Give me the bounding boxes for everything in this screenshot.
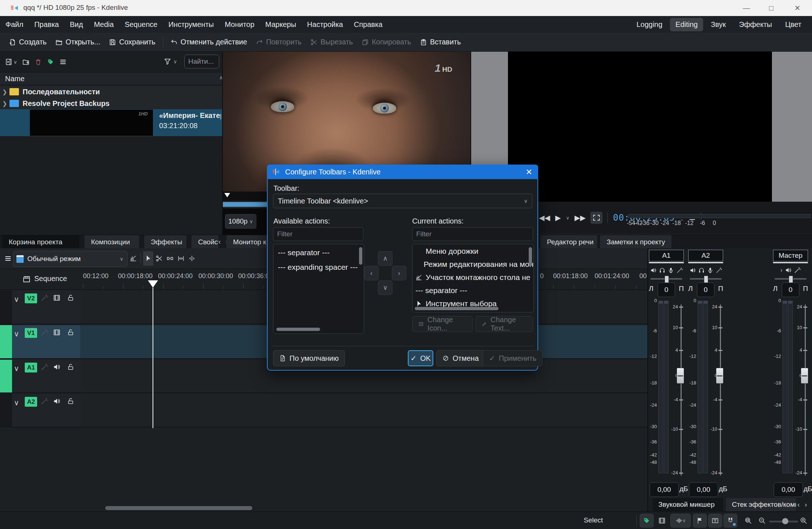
volume-fader-track[interactable]: [805, 304, 806, 475]
move-left-button[interactable]: ‹: [364, 266, 379, 280]
markers-button[interactable]: [693, 514, 707, 528]
track-lane-A2[interactable]: [80, 394, 647, 427]
bin-tab-Эффекты[interactable]: Эффекты: [144, 235, 186, 249]
menu-item-Файл[interactable]: Файл: [0, 20, 29, 29]
mixer-channel-name[interactable]: A1: [649, 250, 684, 261]
menu-item-Вид[interactable]: Вид: [64, 20, 88, 29]
move-up-button[interactable]: ∧: [378, 251, 393, 266]
dialog-close-button[interactable]: ✕: [526, 167, 532, 177]
track-active-strip[interactable]: [0, 394, 12, 427]
menu-item-Правка[interactable]: Правка: [29, 20, 64, 29]
scrollbar-thumb[interactable]: [276, 328, 320, 331]
track-head-A2[interactable]: ∨A2: [0, 394, 80, 427]
track-badge[interactable]: V2: [25, 293, 37, 303]
menu-item-Справка[interactable]: Справка: [348, 20, 388, 29]
track-head-V2[interactable]: ∨V2: [0, 291, 80, 324]
track-active-strip[interactable]: [0, 360, 12, 392]
track-collapse-icon[interactable]: ∨: [14, 329, 19, 338]
effects-icon[interactable]: [716, 267, 722, 273]
available-actions-list[interactable]: --- separator ------ expanding spacer --…: [273, 244, 364, 334]
snap-button[interactable]: [724, 514, 737, 528]
bin-folder-row[interactable]: ❯ Resolve Project Backups: [0, 98, 222, 110]
track-collapse-icon[interactable]: ∨: [14, 364, 19, 373]
track-audio-icon[interactable]: [53, 363, 60, 372]
menu-item-Маркеры[interactable]: Маркеры: [260, 20, 302, 29]
track-active-strip[interactable]: [0, 291, 12, 324]
track-collapse-icon[interactable]: ∨: [14, 295, 19, 304]
gain-value[interactable]: 0,00: [650, 482, 679, 497]
toolbar-select[interactable]: Timeline Toolbar <kdenlive> ∨: [273, 194, 532, 208]
change-text-button[interactable]: Change Text...: [476, 316, 533, 332]
mixer-tab-Стек эффектов/комп[interactable]: Стек эффектов/комп: [726, 498, 796, 511]
balance-value[interactable]: 0: [658, 283, 675, 297]
balance-slider-handle[interactable]: [704, 276, 708, 283]
mixer-channel-name[interactable]: Мастер: [773, 250, 808, 261]
track-effects-icon[interactable]: [41, 329, 48, 337]
track-badge[interactable]: A1: [25, 363, 37, 372]
zoom-in-button[interactable]: [797, 514, 811, 528]
bin-tab-Корзина проекта[interactable]: Корзина проекта: [2, 235, 79, 249]
bin-column-header[interactable]: Name ∧: [0, 72, 222, 85]
track-video-icon[interactable]: [53, 329, 60, 337]
record-button[interactable]: [668, 267, 674, 273]
cancel-button[interactable]: Отмена: [436, 350, 485, 366]
scrollbar-thumb[interactable]: [359, 247, 362, 265]
playhead-line[interactable]: [153, 288, 153, 428]
balance-value[interactable]: 0: [697, 283, 714, 297]
track-lock-icon[interactable]: [67, 294, 74, 303]
tab-scroll-arrow[interactable]: ‹: [218, 235, 221, 249]
mute-button[interactable]: [785, 267, 792, 273]
resolution-select[interactable]: 1080p ∨: [225, 214, 256, 229]
spacer-tool-button[interactable]: [176, 251, 186, 266]
track-row-A2[interactable]: ∨A2: [0, 394, 647, 427]
move-right-button[interactable]: ›: [392, 266, 406, 280]
menu-item-Sequence[interactable]: Sequence: [119, 20, 163, 29]
solo-button[interactable]: [659, 267, 665, 273]
tab-scroll-arrow[interactable]: ›: [805, 498, 807, 511]
track-lock-icon[interactable]: [67, 398, 74, 406]
play-button[interactable]: ▶: [555, 213, 561, 222]
mixer-channel-name[interactable]: A2: [688, 250, 723, 261]
volume-fader-track[interactable]: [720, 304, 721, 475]
current-action-item[interactable]: --- separator ---: [413, 284, 533, 297]
safe-zone-button[interactable]: [708, 514, 722, 528]
available-filter-input[interactable]: [273, 227, 363, 241]
track-badge[interactable]: A2: [25, 397, 37, 407]
slip-tool-button[interactable]: [187, 251, 197, 266]
create-folder-button[interactable]: [22, 58, 29, 66]
track-effects-icon[interactable]: [41, 363, 48, 372]
bin-tab-Композиции[interactable]: Композиции: [84, 235, 139, 249]
toolbar-button-save[interactable]: Сохранить: [105, 36, 159, 48]
volume-fader-handle[interactable]: [801, 368, 808, 384]
gain-value[interactable]: 0,00: [689, 482, 718, 497]
bin-tab-Свойств[interactable]: Свойств: [192, 235, 218, 249]
thumbnails-button[interactable]: [655, 514, 669, 528]
monitor-zone[interactable]: [223, 202, 267, 207]
add-clip-button[interactable]: ∨: [5, 58, 17, 66]
track-lock-icon[interactable]: [67, 363, 74, 372]
current-actions-list[interactable]: Меню дорожкиРежим редактирования на монУ…: [412, 244, 534, 312]
solo-button[interactable]: [698, 267, 705, 273]
zone-mode-button[interactable]: [591, 212, 602, 224]
razor-tool-button[interactable]: [154, 251, 164, 266]
balance-value[interactable]: 0: [782, 283, 799, 297]
mute-button[interactable]: [690, 267, 696, 273]
timeline-horizontal-scrollbar[interactable]: [105, 506, 252, 510]
record-button[interactable]: [707, 267, 713, 273]
track-effects-icon[interactable]: [41, 398, 48, 406]
expand-icon[interactable]: ❯: [0, 100, 9, 107]
collapse-icon[interactable]: ›: [780, 267, 782, 273]
volume-fader-track[interactable]: [681, 304, 682, 475]
timeline-menu-button[interactable]: [4, 255, 12, 262]
tag-filter-button[interactable]: [640, 514, 654, 528]
menu-item-Настройка[interactable]: Настройка: [301, 20, 348, 29]
workspace-tab-Цвет[interactable]: Цвет: [780, 18, 807, 31]
menu-item-Media[interactable]: Media: [88, 20, 119, 29]
tag-button[interactable]: [47, 58, 54, 66]
maximize-button[interactable]: □: [760, 0, 783, 16]
monitor-playhead-marker[interactable]: [224, 193, 230, 197]
gain-value[interactable]: 0,00: [774, 482, 803, 497]
scrollbar-thumb[interactable]: [529, 247, 532, 266]
bin-folder-row[interactable]: ❯ Последовательности: [0, 86, 222, 98]
available-action-item[interactable]: --- expanding spacer ---: [273, 261, 364, 273]
